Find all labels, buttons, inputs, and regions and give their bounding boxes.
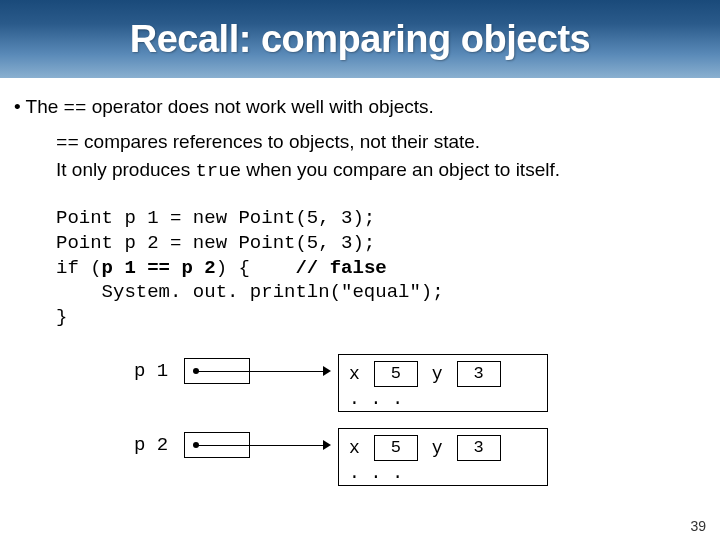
slide-header: Recall: comparing objects [0, 0, 720, 78]
code-example: Point p 1 = new Point(5, 3); Point p 2 =… [14, 206, 706, 329]
field-x-value: 5 [374, 435, 418, 461]
object-fields: x 5 y 3 [349, 361, 537, 387]
slide-content: • The == operator does not work well wit… [0, 78, 720, 486]
field-y-value: 3 [457, 435, 501, 461]
field-x-value: 5 [374, 361, 418, 387]
code-l2: Point p 2 = new Point(5, 3); [56, 232, 375, 254]
field-y-label: y [432, 364, 443, 384]
field-x-label: x [349, 364, 360, 384]
code-l3c: ) { [216, 257, 296, 279]
diagram-row: p 2 x 5 y 3 . . . [134, 428, 706, 486]
sub-explanation: == compares references to objects, not t… [14, 129, 706, 184]
var-label: p 1 [134, 354, 184, 382]
var-label: p 2 [134, 428, 184, 456]
bullet-prefix: • The [14, 96, 64, 117]
field-x-label: x [349, 438, 360, 458]
reference-box [184, 358, 250, 384]
bullet-rest: operator does not work well with objects… [86, 96, 433, 117]
bullet-main: • The == operator does not work well wit… [14, 96, 706, 119]
field-y-value: 3 [457, 361, 501, 387]
code-l3b: p 1 == p 2 [102, 257, 216, 279]
sub-line1: compares references to objects, not thei… [79, 131, 480, 152]
code-l3a: if ( [56, 257, 102, 279]
diagram-row: p 1 x 5 y 3 . . . [134, 354, 706, 412]
origin-dot [193, 442, 199, 448]
ellipsis: . . . [349, 387, 537, 409]
code-l4: System. out. println("equal"); [56, 281, 444, 303]
sub-line2-post: when you compare an object to itself. [241, 159, 560, 180]
eq-operator-sub: == [56, 132, 79, 154]
object-box: x 5 y 3 . . . [338, 354, 548, 412]
object-fields: x 5 y 3 [349, 435, 537, 461]
reference-box [184, 432, 250, 458]
origin-dot [193, 368, 199, 374]
true-token: true [195, 160, 241, 182]
field-y-label: y [432, 438, 443, 458]
slide-title: Recall: comparing objects [130, 18, 591, 61]
code-l5: } [56, 306, 67, 328]
page-number: 39 [690, 518, 706, 534]
ellipsis: . . . [349, 461, 537, 483]
code-l3d: // false [295, 257, 386, 279]
object-box: x 5 y 3 . . . [338, 428, 548, 486]
code-l1: Point p 1 = new Point(5, 3); [56, 207, 375, 229]
sub-line2-pre: It only produces [56, 159, 195, 180]
eq-operator: == [64, 97, 87, 119]
memory-diagram: p 1 x 5 y 3 . . . p 2 x 5 y 3 [14, 354, 706, 486]
